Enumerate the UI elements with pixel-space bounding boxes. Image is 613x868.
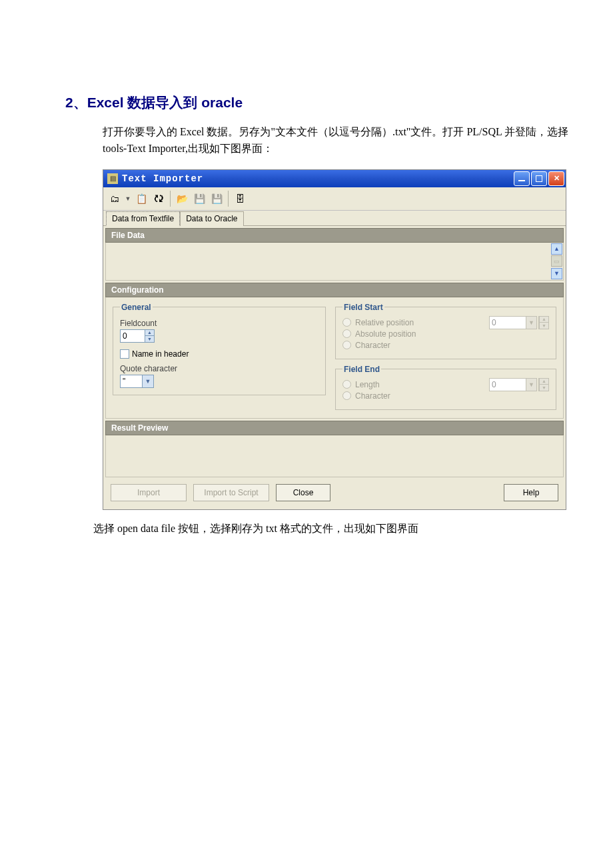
toolbar: 🗂 ▼ 📋 🗘 📂 💾 💾 🗄 [103,187,566,211]
button-bar: Import Import to Script Close Help [105,480,564,505]
fieldend-stepper[interactable]: ▲▼ [538,378,549,391]
chevron-down-icon[interactable]: ▼ [142,375,153,387]
toolbar-btn-1[interactable]: 🗂 [107,191,122,206]
chevron-down-icon[interactable]: ▼ [526,379,536,391]
character-start-label: Character [355,341,390,350]
length-label: Length [355,380,380,389]
length-radio[interactable] [342,380,351,389]
fieldstart-value-input[interactable] [490,317,526,329]
database-icon[interactable]: 🗄 [233,191,247,206]
open-file-icon[interactable]: 📂 [175,191,189,206]
chevron-down-icon[interactable]: ▼ [526,317,536,329]
result-preview-header: Result Preview [105,421,564,435]
quote-character-input[interactable] [121,375,142,387]
tab-data-to-oracle[interactable]: Data to Oracle [180,211,243,226]
character-end-radio[interactable] [342,391,351,400]
import-to-script-button[interactable]: Import to Script [193,484,269,501]
fieldstart-stepper[interactable]: ▲▼ [538,316,549,329]
absolute-position-label: Absolute position [355,329,416,339]
character-start-radio[interactable] [342,341,351,349]
relative-position-radio[interactable] [342,318,351,327]
intro-paragraph: 打开你要导入的 Excel 数据。另存为"文本文件（以逗号分隔）.txt"文件。… [103,124,573,157]
help-button[interactable]: Help [504,484,558,501]
filedata-header: File Data [105,228,564,243]
toolbar-dropdown-arrow[interactable]: ▼ [125,191,131,206]
fieldend-legend: Field End [342,365,381,374]
fieldcount-stepper[interactable]: ▲▼ [120,329,155,343]
minimize-button[interactable] [514,171,530,186]
import-button[interactable]: Import [111,484,187,501]
save-icon[interactable]: 💾 [192,191,207,206]
close-button[interactable]: Close [276,484,330,501]
toolbar-separator-2 [228,191,229,207]
save-as-icon[interactable]: 💾 [209,191,224,206]
character-end-label: Character [355,391,390,401]
relative-position-label: Relative position [355,318,414,327]
toolbar-separator [170,191,171,207]
fieldend-fieldset: Field End Length Character ▼ [335,365,556,410]
scroll-thumb[interactable]: ▭ [551,255,562,267]
spin-up-icon[interactable]: ▲ [145,330,154,336]
toolbar-refresh-icon[interactable]: 🗘 [151,191,166,206]
general-fieldset: General Fieldcount ▲▼ Name in header Quo… [113,303,326,395]
maximize-button[interactable] [531,171,547,186]
fieldend-value-input[interactable] [490,379,526,391]
heading: 2、Excel 数据导入到 oracle [65,93,573,112]
general-legend: General [120,303,153,312]
quote-character-label: Quote character [120,364,318,373]
config-header: Configuration [105,283,564,297]
scroll-down-icon[interactable]: ▼ [551,268,562,279]
spin-up-icon[interactable]: ▲ [539,379,548,385]
window-title: Text Importer [122,173,514,184]
tab-data-from-textfile[interactable]: Data from Textfile [106,211,180,226]
result-preview-body [105,435,564,477]
close-window-button[interactable]: ✕ [548,171,564,186]
name-in-header-checkbox[interactable]: Name in header [120,349,318,359]
spin-up-icon[interactable]: ▲ [539,317,548,323]
name-in-header-label: Name in header [132,349,189,359]
fieldstart-legend: Field Start [342,303,384,312]
filedata-body: ▲ ▭ ▼ [105,243,564,281]
scroll-up-icon[interactable]: ▲ [551,243,562,255]
fieldcount-input[interactable] [121,330,145,342]
fieldend-value-combo[interactable]: ▼ [489,378,537,391]
spin-down-icon[interactable]: ▼ [539,384,548,391]
absolute-position-radio[interactable] [342,329,351,338]
outro-paragraph: 选择 open data file 按钮，选择刚存为 txt 格式的文件，出现如… [93,521,573,537]
fieldstart-fieldset: Field Start Relative position Absolute p… [335,303,556,359]
scrollbar[interactable]: ▲ ▭ ▼ [551,243,562,279]
tabs: Data from Textfile Data to Oracle [103,211,566,226]
titlebar: ▤ Text Importer ✕ [103,170,566,187]
spin-down-icon[interactable]: ▼ [145,335,154,342]
app-icon: ▤ [107,173,118,184]
spin-down-icon[interactable]: ▼ [539,322,548,329]
text-importer-window: ▤ Text Importer ✕ 🗂 ▼ 📋 🗘 📂 💾 💾 🗄 Data f… [103,169,566,510]
config-body: General Fieldcount ▲▼ Name in header Quo… [105,297,564,419]
quote-character-combo[interactable]: ▼ [120,375,154,388]
fieldstart-value-combo[interactable]: ▼ [489,316,537,329]
toolbar-copy-icon[interactable]: 📋 [134,191,149,206]
fieldcount-label: Fieldcount [120,319,318,328]
